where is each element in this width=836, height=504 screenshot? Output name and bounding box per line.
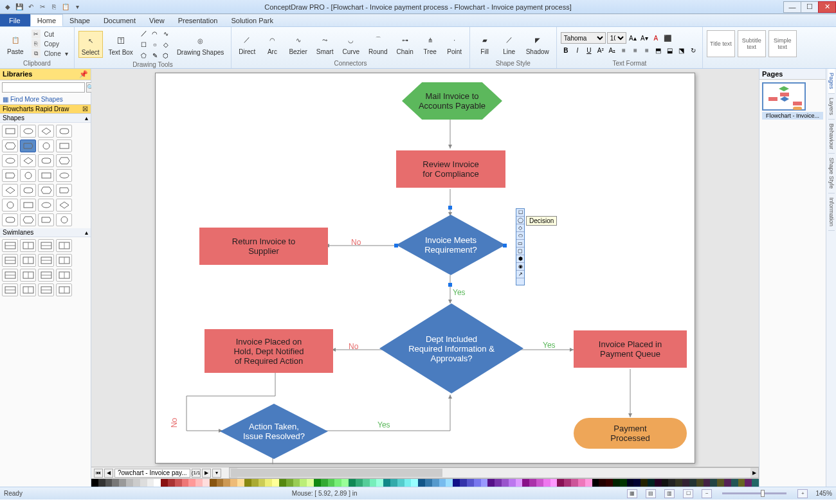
palette-swatch[interactable]: [237, 479, 244, 487]
zoom-slider[interactable]: [722, 492, 786, 494]
palette-swatch[interactable]: [648, 479, 655, 487]
cut-button[interactable]: ✂Cut: [30, 30, 70, 39]
node-meets-requirement[interactable]: Invoice Meets Requirement?: [396, 215, 505, 275]
connector-direct[interactable]: ／Direct: [235, 30, 259, 57]
palette-swatch[interactable]: [689, 479, 696, 487]
sel-handle[interactable]: [394, 244, 398, 248]
palette-swatch[interactable]: [182, 479, 189, 487]
palette-swatch[interactable]: [453, 479, 460, 487]
connector-bezier[interactable]: ∿Bezier: [286, 30, 310, 57]
swimlanes-section-header[interactable]: Swimlanes▴: [0, 228, 91, 237]
library-shape[interactable]: [20, 199, 36, 212]
library-swimlane[interactable]: [38, 284, 54, 296]
page-tab[interactable]: ?owchart - Invoice pay...: [114, 469, 190, 478]
line-button[interactable]: ／Line: [498, 30, 520, 57]
palette-swatch[interactable]: [481, 479, 488, 487]
palette-swatch[interactable]: [682, 479, 689, 487]
palette-swatch[interactable]: [230, 479, 237, 487]
page-thumbnail[interactable]: [762, 82, 806, 111]
palette-swatch[interactable]: [509, 479, 516, 487]
palette-swatch[interactable]: [112, 479, 119, 487]
sel-handle[interactable]: [448, 283, 452, 287]
node-dept-approvals[interactable]: Dept Included Required Information & App…: [379, 303, 523, 393]
tab-dropdown[interactable]: ▾: [212, 469, 221, 478]
palette-swatch[interactable]: [168, 479, 175, 487]
tab-nav-first[interactable]: ⏮: [94, 469, 103, 478]
palette-swatch[interactable]: [432, 479, 439, 487]
palette-swatch[interactable]: [724, 479, 731, 487]
palette-swatch[interactable]: [154, 479, 161, 487]
shrink-font-button[interactable]: A▾: [639, 33, 650, 43]
connector-curve[interactable]: ◡Curve: [339, 30, 363, 57]
superscript-button[interactable]: A²: [595, 45, 606, 55]
library-swimlane[interactable]: [38, 239, 54, 252]
palette-swatch[interactable]: [633, 479, 641, 487]
library-swimlane[interactable]: [20, 254, 36, 267]
connector-smart[interactable]: ⤳Smart: [313, 30, 337, 57]
palette-swatch[interactable]: [495, 479, 502, 487]
align-left-button[interactable]: ≡: [619, 45, 629, 55]
zoom-in-button[interactable]: +: [797, 489, 808, 498]
qat-paste-icon[interactable]: 📋: [60, 2, 71, 12]
library-shape[interactable]: [2, 169, 18, 182]
dt3[interactable]: ∿: [161, 28, 171, 39]
palette-swatch[interactable]: [244, 479, 251, 487]
library-shape[interactable]: [38, 154, 54, 167]
library-shape[interactable]: [38, 184, 54, 197]
palette-swatch[interactable]: [543, 479, 550, 487]
library-shape[interactable]: [2, 125, 18, 138]
qat-cut-icon[interactable]: ✂: [37, 2, 48, 12]
palette-swatch[interactable]: [613, 479, 620, 487]
palette-swatch[interactable]: [203, 479, 210, 487]
palette-swatch[interactable]: [91, 479, 98, 487]
tab-nav-prev[interactable]: ◀: [104, 469, 113, 478]
library-shape[interactable]: [2, 213, 18, 226]
library-swimlane[interactable]: [56, 239, 72, 252]
library-shape[interactable]: [56, 213, 72, 226]
connector-tree[interactable]: ⋔Tree: [419, 30, 441, 57]
tab-nav-next[interactable]: ▶: [202, 469, 211, 478]
library-shape[interactable]: [38, 213, 54, 226]
subscript-button[interactable]: A₂: [607, 45, 617, 55]
node-action-taken[interactable]: Action Taken, Issue Resolved?: [220, 404, 328, 459]
rail-layers[interactable]: Layers: [828, 94, 835, 120]
library-shape[interactable]: [20, 140, 36, 152]
palette-swatch[interactable]: [404, 479, 412, 487]
palette-swatch[interactable]: [418, 479, 425, 487]
valign-bot-button[interactable]: ⬔: [677, 45, 687, 55]
library-shape[interactable]: [20, 154, 36, 167]
palette-swatch[interactable]: [105, 479, 113, 487]
pin-icon[interactable]: 📌: [79, 70, 88, 78]
tab-document[interactable]: Document: [97, 14, 143, 26]
palette-swatch[interactable]: [738, 479, 745, 487]
palette-swatch[interactable]: [314, 479, 321, 487]
qat-undo-icon[interactable]: ↶: [26, 2, 36, 12]
font-color-button[interactable]: A: [651, 33, 661, 43]
drawing-shapes-button[interactable]: ◎Drawing Shapes: [174, 31, 227, 58]
palette-swatch[interactable]: [627, 479, 634, 487]
library-swimlane[interactable]: [56, 269, 72, 282]
palette-swatch[interactable]: [516, 479, 523, 487]
dt2[interactable]: ◠: [150, 28, 160, 39]
palette-swatch[interactable]: [376, 479, 383, 487]
palette-swatch[interactable]: [383, 479, 390, 487]
bold-button[interactable]: B: [561, 45, 571, 55]
node-queue[interactable]: Invoice Placed in Payment Queue: [574, 330, 687, 368]
tab-file[interactable]: File: [0, 14, 30, 26]
palette-swatch[interactable]: [397, 479, 404, 487]
palette-swatch[interactable]: [745, 479, 752, 487]
find-more-shapes-link[interactable]: ▦Find More Shapes: [0, 94, 91, 104]
rail-shape-style[interactable]: Shape Style: [828, 154, 835, 194]
library-swimlane[interactable]: [56, 284, 72, 296]
palette-swatch[interactable]: [578, 479, 585, 487]
palette-swatch[interactable]: [592, 479, 599, 487]
palette-swatch[interactable]: [564, 479, 571, 487]
qat-save-icon[interactable]: 💾: [14, 2, 24, 12]
rail-information[interactable]: Information: [828, 194, 835, 231]
tab-home[interactable]: Home: [30, 14, 63, 26]
sel-handle[interactable]: [503, 244, 507, 248]
node-review[interactable]: Review Invoice for Compliance: [396, 150, 505, 188]
palette-swatch[interactable]: [334, 479, 341, 487]
palette-swatch[interactable]: [286, 479, 293, 487]
palette-swatch[interactable]: [752, 479, 759, 487]
